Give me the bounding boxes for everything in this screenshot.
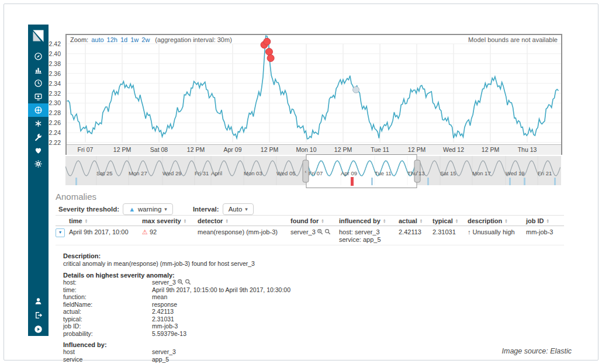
details-influenced-label: Influenced by: [63, 341, 107, 348]
column-header-description[interactable]: description▲▼ [468, 217, 526, 224]
detail-item: typical:2.31031 [63, 316, 564, 323]
column-header-time[interactable]: time▲▼ [69, 217, 142, 224]
magnifier-plus-icon[interactable] [317, 228, 323, 235]
zoom-option-auto[interactable]: auto [91, 36, 103, 43]
sort-icon: ▲▼ [420, 219, 423, 224]
warning-severity-icon: ▲ [129, 206, 135, 213]
x-tick-label: 12 PM [474, 146, 507, 153]
column-header-detector[interactable]: detector▲▼ [198, 217, 290, 224]
sidebar-item-user[interactable] [28, 294, 49, 308]
detail-item: fieldName:response [63, 301, 564, 308]
sort-icon: ▲▼ [546, 219, 549, 224]
timeseries-navigator[interactable]: ‹›Sat 25Mon 27Wed 29Fri 31AprilMon 03Wed… [65, 154, 561, 188]
y-tick-label: 2.40 [49, 50, 61, 57]
y-tick-label: 2.34 [49, 80, 61, 87]
navigator-tick-label: Fri 21 [538, 170, 552, 176]
details-description-text: critical anomaly in mean(response) (mm-j… [63, 260, 564, 268]
navigator-critical-anomaly-tick [351, 177, 354, 186]
y-tick-label: 2.38 [49, 60, 61, 67]
sort-icon: ▲▼ [455, 219, 458, 224]
zoom-option-1d[interactable]: 1d [120, 36, 127, 43]
y-tick-label: 2.22 [49, 139, 61, 146]
navigator-anomaly-tick [509, 178, 511, 185]
navigator-tick-label: Apr 09 [341, 170, 357, 176]
severity-threshold-label: Severity threshold: [58, 206, 119, 213]
sort-icon: ▲▼ [225, 219, 228, 224]
sidebar-item-management[interactable] [28, 157, 49, 171]
magnifier-plus-icon[interactable] [177, 279, 184, 285]
anomalies-heading: Anomalies [56, 192, 96, 202]
chart-header: Zoom: auto 12h 1d 1w 2w (aggregation int… [67, 35, 561, 44]
zoom-label: Zoom: [70, 36, 88, 43]
critical-severity-icon: ⚠ [142, 228, 148, 235]
zoom-option-1w[interactable]: 1w [130, 36, 139, 43]
navigator-tick-label: April [211, 170, 222, 176]
arrow-up-icon: ↑ [468, 228, 471, 235]
image-attribution: Image source: Elastic [502, 347, 572, 355]
navigator-anomaly-tick [524, 178, 525, 185]
cell-detector: mean(response) (mm-job-3) [198, 228, 290, 235]
y-tick-label: 2.42 [49, 40, 61, 47]
anomaly-marker [264, 38, 271, 45]
sidebar-item-play[interactable] [28, 322, 49, 336]
y-tick-label: 2.24 [49, 129, 61, 136]
y-tick-label: 2.30 [49, 99, 61, 106]
y-axis-labels: 2.422.402.382.362.342.322.302.282.262.24… [41, 34, 63, 151]
magnifier-icon[interactable] [185, 279, 191, 285]
anomalies-table: time▲▼ max severity▲▼ detector▲▼ found f… [56, 215, 564, 364]
column-header-actual[interactable]: actual▲▼ [399, 217, 433, 224]
x-tick-label: 12 PM [253, 146, 286, 153]
cell-found-for: server_3 [290, 228, 339, 235]
magnifier-icon[interactable] [324, 228, 331, 235]
interval-value: Auto [229, 206, 243, 213]
detail-item: actual:2.42113 [63, 308, 564, 316]
detail-item: function:mean [63, 293, 564, 301]
kibana-ml-single-metric-viewer: 2.422.402.382.362.342.322.302.282.262.24… [0, 0, 602, 364]
influencer-item: hostserver_3 [63, 348, 564, 356]
anomalies-controls: Severity threshold: ▲ warning ▾ Interval… [58, 203, 254, 215]
column-header-influenced-by[interactable]: influenced by▲▼ [339, 217, 399, 224]
x-tick-label: 12 PM [106, 146, 139, 153]
sort-icon: ▲▼ [321, 219, 324, 224]
details-description-label: Description: [63, 252, 101, 259]
cell-influenced-by: host: server_3 service: app_5 [339, 228, 399, 244]
severity-threshold-select[interactable]: ▲ warning ▾ [123, 203, 173, 215]
metric-timeseries-chart[interactable] [67, 44, 561, 144]
x-tick-label: 12 PM [327, 146, 359, 153]
zoom-option-2w[interactable]: 2w [141, 36, 150, 43]
sort-icon: ▲▼ [184, 219, 186, 224]
sidebar-item-logout[interactable] [28, 308, 49, 322]
x-tick-label: Tue 11 [364, 146, 396, 153]
collapse-row-button[interactable]: ▾ [56, 228, 65, 237]
navigator-anomaly-tick [75, 178, 77, 185]
navigator-tick-label: Mon 27 [129, 170, 147, 176]
interval-label: Interval: [193, 206, 219, 213]
detail-item: probability:5.59379e-13 [63, 330, 564, 338]
metric-chart-panel: Zoom: auto 12h 1d 1w 2w (aggregation int… [65, 34, 562, 155]
navigator-tick-label: Tue 11 [375, 170, 392, 176]
x-tick-label: Fri 07 [69, 146, 102, 153]
cell-description: ↑ Unusually high [468, 228, 526, 235]
play-circle-icon [34, 325, 43, 334]
detail-item: time:April 9th 2017, 10:15:00 to April 9… [63, 286, 564, 294]
navigator-tick-label: Wed 29 [162, 170, 182, 176]
x-tick-label: 12 PM [400, 146, 433, 153]
svg-text:‹: ‹ [305, 169, 307, 175]
y-tick-label: 2.28 [49, 109, 61, 116]
navigator-tick-label: Fri 31 [195, 170, 209, 176]
x-axis-labels: Fri 0712 PMSat 0812 PMApr 0912 PMMon 101… [67, 144, 561, 155]
zoom-option-12h[interactable]: 12h [107, 36, 117, 43]
metric-line-series [67, 36, 559, 138]
cell-max-severity: ⚠ 92 [142, 228, 198, 236]
navigator-tick-label: Sat 15 [440, 170, 456, 176]
detail-item: host:server_3 [63, 279, 564, 286]
navigator-tick-label: Wed 19 [506, 170, 525, 176]
interval-select[interactable]: Auto ▾ [223, 203, 254, 215]
column-header-max-severity[interactable]: max severity▲▼ [142, 217, 198, 224]
column-header-job-id[interactable]: job ID▲▼ [526, 217, 564, 224]
column-header-found-for[interactable]: found for▲▼ [290, 217, 339, 224]
gear-icon [34, 160, 43, 168]
column-header-typical[interactable]: typical▲▼ [433, 217, 468, 224]
faded-anomaly-marker [353, 86, 359, 93]
sort-icon: ▲▼ [383, 219, 386, 224]
